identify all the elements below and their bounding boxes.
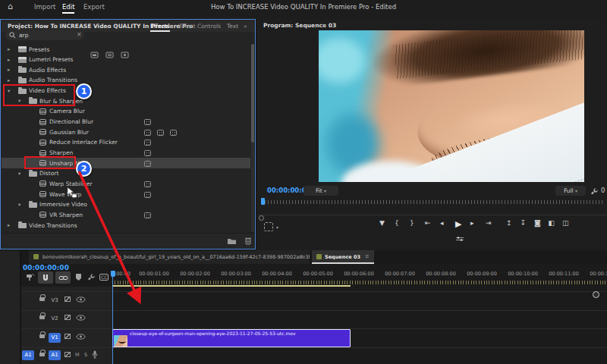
panel-menu-icon[interactable]: ≡ (168, 23, 172, 30)
tree-row-reduce-interlace-flicker[interactable]: Reduce Interlace Flicker (2, 137, 250, 148)
add-marker-button[interactable]: ▼ (379, 219, 385, 227)
tree-row-label: Reduce Interlace Flicker (49, 139, 118, 146)
lock-icon[interactable] (39, 297, 45, 301)
sync-lock-icon[interactable] (64, 334, 71, 339)
tree-row-distort[interactable]: ▾Distort (2, 168, 250, 179)
solo-button[interactable]: S (84, 352, 87, 358)
tree-row-lumetri-presets[interactable]: ▸Lumetri Presets (2, 55, 250, 65)
chevron-collapsed-icon[interactable]: ▸ (8, 67, 10, 73)
lock-icon[interactable] (39, 315, 45, 319)
track-output-eye-icon[interactable] (76, 315, 86, 321)
chevron-collapsed-icon[interactable]: ▸ (8, 77, 10, 83)
duration-timecode-partial: 0 (601, 187, 605, 194)
effects-panel-footer (2, 233, 255, 249)
linked-selection-toggle[interactable] (55, 271, 71, 284)
chevron-collapsed-icon[interactable]: ▸ (8, 57, 10, 63)
tree-row-immersive-video[interactable]: ▾Immersive Video (2, 199, 250, 210)
mark-in-button[interactable]: { (395, 219, 399, 227)
drag-cursor-icon (65, 187, 77, 199)
tree-row-warp-stabilizer[interactable]: Warp Stabilizer (2, 178, 250, 189)
program-scrub-bar[interactable] (262, 200, 603, 204)
panel-overflow-icon[interactable]: » (244, 23, 247, 30)
tree-row-camera-blur[interactable]: Camera Blur (2, 106, 250, 117)
chevron-expanded-icon[interactable]: ▾ (18, 171, 20, 177)
export-frame-button[interactable]: ◙ (534, 219, 541, 227)
sync-lock-icon[interactable] (64, 297, 71, 302)
mark-out-button[interactable]: } (410, 219, 414, 227)
play-button[interactable]: ▶ (455, 219, 461, 229)
captions-button[interactable]: CC (99, 274, 109, 281)
snap-toggle[interactable] (38, 271, 53, 284)
sync-lock-icon[interactable] (64, 315, 71, 320)
drag-video-button[interactable]: ◫ (562, 219, 569, 227)
settings-wrench-icon[interactable] (590, 187, 599, 196)
playback-settings-icon[interactable] (455, 236, 464, 242)
new-bin-icon[interactable] (227, 237, 237, 245)
timeline-playhead-handle[interactable] (111, 271, 115, 277)
close-icon[interactable]: × (299, 253, 303, 259)
track-output-eye-icon[interactable] (76, 334, 86, 340)
timeline-tab-sequence-03[interactable]: Sequence 03 ≡ (312, 250, 374, 264)
program-playhead[interactable] (261, 198, 265, 205)
voiceover-mic-icon[interactable] (92, 350, 98, 359)
step-back-button[interactable]: ◂ (440, 219, 444, 227)
lock-icon[interactable] (39, 353, 45, 356)
go-to-out-button[interactable]: ⇥ (486, 219, 492, 227)
timeline-tab-source[interactable]: benevolentkeerah_closeup_of_a_beautiful_… (29, 250, 310, 264)
track-divider (21, 291, 607, 292)
track-content-area[interactable] (112, 287, 607, 364)
scroll-handle[interactable] (259, 215, 264, 221)
chevron-collapsed-icon[interactable]: ▸ (8, 222, 10, 228)
search-clear-icon[interactable]: × (77, 31, 82, 38)
mute-button[interactable]: M (75, 352, 80, 358)
effect-icon (39, 191, 46, 197)
zoom-level-dropdown[interactable]: Fit ▾ (304, 186, 338, 196)
add-marker-icon[interactable] (75, 273, 82, 281)
tree-row-audio-effects[interactable]: ▸Audio Effects (2, 64, 250, 75)
delete-trash-icon[interactable] (244, 237, 252, 245)
ruler-timecode-label: 00:00:09:00 (467, 271, 497, 277)
lock-icon[interactable] (39, 334, 45, 338)
tree-row-wave-warp[interactable]: Wave Warp (2, 189, 250, 199)
effects-search-box[interactable]: × (5, 30, 84, 40)
track-target-v3[interactable]: V3 (49, 296, 61, 306)
track-output-eye-icon[interactable] (76, 297, 86, 303)
tree-row-label: Directional Blur (49, 118, 93, 125)
search-input[interactable] (19, 31, 72, 39)
clip-name: closeup-eye-of-surgeon-man-opening-eye-2… (130, 331, 295, 336)
chevron-collapsed-icon[interactable]: ▸ (8, 46, 10, 52)
track-target-v1[interactable]: V1 (49, 333, 61, 343)
timeline-timecode[interactable]: 00:00:00:00 (23, 264, 69, 271)
tree-row-presets[interactable]: ▸Presets (2, 44, 250, 55)
comparison-view-button[interactable]: ◧ (549, 219, 555, 227)
tab-effects[interactable]: Effects (150, 23, 170, 32)
playback-resolution-dropdown[interactable]: Full ▾ (555, 186, 586, 196)
timeline-clip[interactable]: closeup-eye-of-surgeon-man-opening-eye-2… (112, 329, 351, 347)
nest-sequence-icon[interactable] (26, 273, 35, 281)
sync-lock-icon[interactable] (64, 352, 71, 357)
tree-row-directional-blur[interactable]: Directional Blur (2, 117, 250, 127)
tree-row-video-transitions[interactable]: ▸Video Transitions (2, 220, 250, 231)
step-forward-button[interactable]: ▸ (470, 219, 474, 227)
panel-menu-icon[interactable]: ≡ (365, 253, 369, 259)
timeline-ruler-labels[interactable]: :00:0000:00:01:0000:00:02:0000:00:03:000… (112, 271, 607, 279)
tab-text[interactable]: Text (227, 23, 238, 30)
timeline-ruler-ticks[interactable] (112, 281, 607, 284)
effects-scrollbar-thumb[interactable] (251, 44, 254, 143)
tab-effect-controls[interactable]: Effect Controls (179, 23, 221, 30)
panel-menu-icon[interactable]: ≡ (322, 22, 326, 29)
timeline-settings-wrench-icon[interactable] (87, 273, 96, 281)
chevron-expanded-icon[interactable]: ▾ (18, 202, 20, 208)
tree-row-vr-sharpen[interactable]: VR Sharpen (2, 209, 250, 220)
poster-frame-icon[interactable] (264, 222, 273, 231)
folder-icon (18, 67, 27, 73)
lift-button[interactable]: ↥ (506, 219, 512, 227)
extract-button[interactable]: ↧ (521, 219, 527, 227)
tree-row-gaussian-blur[interactable]: Gaussian Blur (2, 127, 250, 137)
chevron-down-icon[interactable]: ▾ (276, 224, 278, 230)
timeline-scroll-handle[interactable] (593, 291, 599, 298)
track-target-v2[interactable]: V2 (49, 314, 61, 324)
source-patch-a1[interactable]: A1 (22, 350, 34, 360)
go-to-in-button[interactable]: ⇤ (425, 219, 431, 227)
track-target-a1[interactable]: A1 (49, 350, 61, 360)
